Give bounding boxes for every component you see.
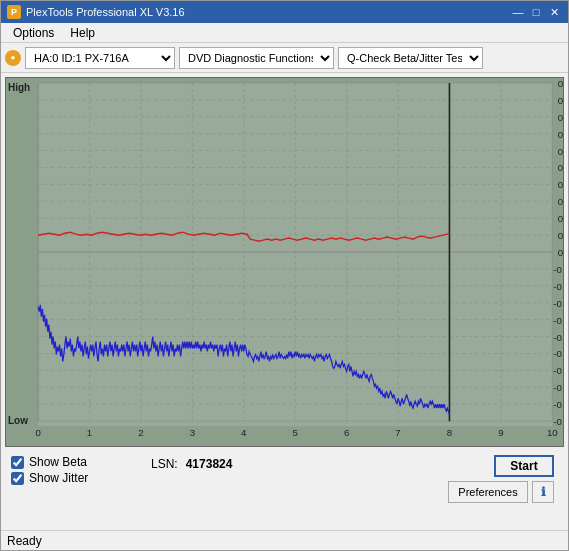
- svg-text:2: 2: [138, 428, 143, 438]
- svg-text:-0.25: -0.25: [553, 333, 563, 343]
- title-bar-left: P PlexTools Professional XL V3.16: [7, 5, 185, 19]
- svg-text:-0.5: -0.5: [553, 417, 563, 427]
- chart-svg: 0.5 0.45 0.4 0.35 0.3 0.25 0.2 0.15 0.1 …: [6, 78, 563, 446]
- svg-text:0.15: 0.15: [558, 198, 563, 208]
- svg-text:0.5: 0.5: [558, 79, 563, 89]
- menu-bar: Options Help: [1, 23, 568, 43]
- bottom-bar: Show Beta Show Jitter LSN: 4173824 Start…: [5, 451, 564, 526]
- device-select[interactable]: HA:0 ID:1 PX-716A: [25, 47, 175, 69]
- show-beta-checkbox[interactable]: [11, 456, 24, 469]
- maximize-button[interactable]: □: [528, 4, 544, 20]
- svg-text:0.25: 0.25: [558, 164, 563, 174]
- show-jitter-label: Show Jitter: [29, 471, 88, 485]
- chart-label-high: High: [8, 82, 30, 93]
- test-select[interactable]: Q-Check Beta/Jitter Test: [338, 47, 483, 69]
- title-bar: P PlexTools Professional XL V3.16 — □ ✕: [1, 1, 568, 23]
- svg-text:0.35: 0.35: [558, 130, 563, 140]
- menu-help[interactable]: Help: [62, 24, 103, 42]
- window-title: PlexTools Professional XL V3.16: [26, 6, 185, 18]
- lsn-label: LSN:: [151, 457, 178, 471]
- svg-text:10: 10: [547, 428, 558, 438]
- svg-text:0.05: 0.05: [558, 231, 563, 241]
- svg-text:0: 0: [558, 248, 563, 258]
- lsn-value: 4173824: [186, 457, 233, 471]
- main-content: High Low: [1, 73, 568, 530]
- svg-text:-0.35: -0.35: [553, 367, 563, 377]
- svg-text:8: 8: [447, 428, 452, 438]
- svg-text:0.1: 0.1: [558, 215, 563, 225]
- close-button[interactable]: ✕: [546, 4, 562, 20]
- minimize-button[interactable]: —: [510, 4, 526, 20]
- svg-text:3: 3: [190, 428, 195, 438]
- svg-text:-0.05: -0.05: [553, 265, 563, 275]
- show-beta-label: Show Beta: [29, 455, 87, 469]
- svg-text:-0.4: -0.4: [553, 384, 563, 394]
- svg-text:-0.1: -0.1: [553, 282, 563, 292]
- preferences-button[interactable]: Preferences: [448, 481, 528, 503]
- svg-text:6: 6: [344, 428, 349, 438]
- svg-text:-0.2: -0.2: [553, 316, 563, 326]
- svg-text:7: 7: [395, 428, 400, 438]
- svg-rect-1: [38, 83, 552, 426]
- svg-text:-0.3: -0.3: [553, 350, 563, 360]
- action-buttons: Start Preferences ℹ: [448, 455, 558, 503]
- svg-text:0.3: 0.3: [558, 147, 563, 157]
- app-icon: P: [7, 5, 21, 19]
- svg-text:-0.45: -0.45: [553, 401, 563, 411]
- chart-container: High Low: [5, 77, 564, 447]
- svg-text:0: 0: [35, 428, 40, 438]
- status-bar: Ready: [1, 530, 568, 550]
- info-button[interactable]: ℹ: [532, 481, 554, 503]
- title-controls: — □ ✕: [510, 4, 562, 20]
- svg-text:9: 9: [498, 428, 503, 438]
- show-jitter-row: Show Jitter: [11, 471, 131, 485]
- menu-options[interactable]: Options: [5, 24, 62, 42]
- svg-text:5: 5: [293, 428, 298, 438]
- function-select[interactable]: DVD Diagnostic Functions: [179, 47, 334, 69]
- chart-label-low: Low: [8, 415, 28, 426]
- pref-info-row: Preferences ℹ: [448, 481, 554, 503]
- toolbar: ● HA:0 ID:1 PX-716A DVD Diagnostic Funct…: [1, 43, 568, 73]
- svg-text:4: 4: [241, 428, 246, 438]
- svg-text:0.2: 0.2: [558, 181, 563, 191]
- status-text: Ready: [7, 534, 42, 548]
- show-beta-row: Show Beta: [11, 455, 131, 469]
- svg-text:0.45: 0.45: [558, 96, 563, 106]
- device-icon: ●: [5, 50, 21, 66]
- start-button[interactable]: Start: [494, 455, 554, 477]
- checkboxes-area: Show Beta Show Jitter: [11, 455, 131, 485]
- svg-text:1: 1: [87, 428, 92, 438]
- svg-text:-0.15: -0.15: [553, 299, 563, 309]
- svg-text:0.4: 0.4: [558, 113, 563, 123]
- show-jitter-checkbox[interactable]: [11, 472, 24, 485]
- controls-row: Show Beta Show Jitter LSN: 4173824 Start…: [5, 451, 564, 526]
- main-window: P PlexTools Professional XL V3.16 — □ ✕ …: [0, 0, 569, 551]
- lsn-area: LSN: 4173824: [151, 455, 232, 471]
